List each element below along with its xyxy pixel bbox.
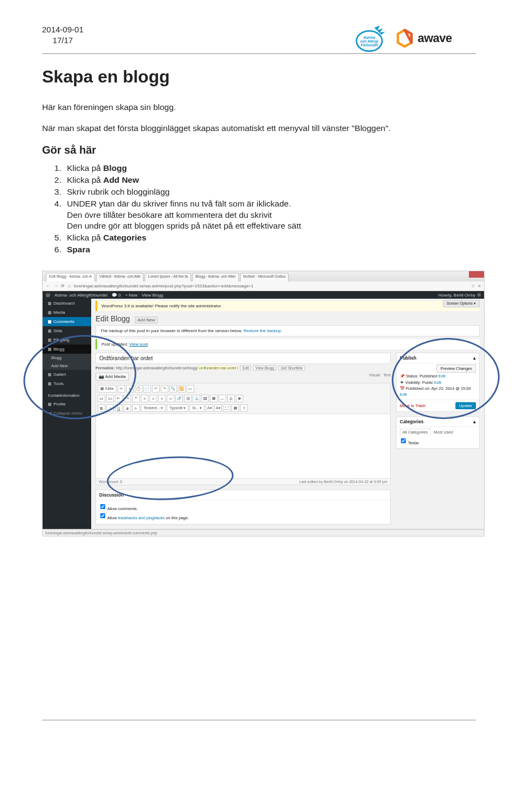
sidebar-dashboard[interactable]: Dashboard xyxy=(43,299,91,308)
tb-table-icon[interactable]: ▦ xyxy=(210,395,217,402)
tb-redo-icon[interactable]: ↷ xyxy=(161,385,168,393)
add-media-button[interactable]: 📷 Add Media xyxy=(96,373,129,381)
bookmark-icon[interactable]: ☆ xyxy=(471,284,475,288)
tb-textcolor-icon[interactable]: A▾ xyxy=(206,404,213,412)
tb-alignj-icon[interactable]: ≡ xyxy=(167,395,174,402)
restore-backup-link[interactable]: Restore the backup. xyxy=(243,328,282,333)
tb-max-icon[interactable]: ⛶ xyxy=(223,404,230,412)
wp-view-link[interactable]: View Blogg xyxy=(142,293,163,298)
wp-comments-icon[interactable]: 💬 0 xyxy=(112,293,121,298)
permalink-shortlink-button[interactable]: Get Shortlink xyxy=(278,366,304,370)
add-new-button[interactable]: Add New xyxy=(135,316,158,324)
tb-quote-icon[interactable]: ❝ xyxy=(132,395,140,402)
allow-trackbacks-checkbox[interactable]: Allow trackbacks and pingbacks on this p… xyxy=(99,512,387,520)
tb-paste-icon[interactable]: 📋 xyxy=(135,385,142,393)
tb-ul-icon[interactable]: •≡ xyxy=(98,395,105,402)
browser-tab[interactable]: Edit Blogg · Astma- och A xyxy=(46,273,95,281)
tb-select-icon[interactable]: ▭ xyxy=(187,385,194,393)
wp-logo-icon[interactable]: Ⓦ xyxy=(46,292,50,298)
tb-undo-icon[interactable]: ↶ xyxy=(152,385,160,393)
tb-kalla[interactable]: ▦ Källa xyxy=(98,385,117,393)
tb-copy-icon[interactable]: ⎘ xyxy=(126,385,134,393)
browser-tab[interactable]: Lorem Ipsum - All the fa xyxy=(145,273,191,281)
publish-heading[interactable]: Publish▴ xyxy=(397,353,479,363)
sidebar-blogg[interactable]: Blogg xyxy=(43,345,91,354)
category-item[interactable]: Testar xyxy=(400,441,419,445)
sidebar-galleri[interactable]: Galleri xyxy=(43,370,91,379)
url-input[interactable]: foreningar.astmaoallergiforbundet.se/wp-… xyxy=(74,284,468,288)
tb-find-icon[interactable]: 🔍 xyxy=(169,385,177,393)
nav-back-icon[interactable]: ← xyxy=(46,284,50,288)
tb-cut-icon[interactable]: ✂ xyxy=(118,385,125,393)
tab-visual[interactable]: Visual xyxy=(369,373,380,377)
screen-options-button[interactable]: Screen Options ▾ xyxy=(443,300,480,307)
post-title-input[interactable]: Ordföranden har ordet xyxy=(96,353,391,364)
nav-fwd-icon[interactable]: → xyxy=(53,284,58,288)
tb-italic-icon[interactable]: I xyxy=(106,404,114,412)
sidebar-media[interactable]: Media xyxy=(43,308,91,317)
visibility-edit-link[interactable]: Edit xyxy=(434,380,441,385)
tb-alignr-icon[interactable]: ≡ xyxy=(158,395,166,402)
status-edit-link[interactable]: Edit xyxy=(439,374,446,379)
permalink-view-button[interactable]: View Blogg xyxy=(253,366,276,370)
editor-content[interactable] xyxy=(96,414,391,479)
sidebar-blogg-sub[interactable]: Blogg xyxy=(43,354,91,362)
sidebar-comments[interactable]: Comments xyxy=(43,317,91,326)
tb-anchor-icon[interactable]: ⚓ xyxy=(193,395,200,402)
sidebar-collapse[interactable]: ◀Collapse menu xyxy=(43,409,91,418)
tb-ol-icon[interactable]: 1≡ xyxy=(106,395,114,402)
nav-home-icon[interactable]: ⌂ xyxy=(68,284,71,288)
browser-tab[interactable]: Blogg · Astma- och Aller xyxy=(192,273,238,281)
trackbacks-link[interactable]: trackbacks and pingbacks xyxy=(118,515,165,520)
tb-char-icon[interactable]: Ω xyxy=(227,395,235,402)
tb-font-select[interactable]: Typsnitt ▾ xyxy=(167,404,188,412)
tb-outdent-icon[interactable]: ⇤ xyxy=(115,395,122,402)
nav-reload-icon[interactable]: ⟳ xyxy=(61,284,65,288)
wp-site-name[interactable]: Astma- och Allergiförbundet xyxy=(54,293,107,298)
tb-pastetext-icon[interactable]: 📄 xyxy=(144,385,151,393)
tb-underline-icon[interactable]: U xyxy=(115,404,122,412)
allow-comments-checkbox[interactable]: Allow comments. xyxy=(99,503,387,511)
discussion-heading[interactable]: Discussion xyxy=(96,490,390,500)
move-to-trash-link[interactable]: Move to Trash xyxy=(400,403,426,408)
permalink-slug[interactable]: ordforanden-har-ordet xyxy=(198,366,237,370)
tb-alignl-icon[interactable]: ≡ xyxy=(141,395,148,402)
tb-format-select[interactable]: Teckenf... ▾ xyxy=(141,404,166,412)
cat-tab-all[interactable]: All Categories xyxy=(400,429,431,436)
browser-tab[interactable]: Vårtest · Astma- och Alle xyxy=(96,273,144,281)
sidebar-addnew-sub[interactable]: Add New xyxy=(43,362,91,370)
sidebar-sida[interactable]: Sida xyxy=(43,326,91,335)
browser-tab[interactable]: Notiser · Microsoft Outloo xyxy=(240,273,289,281)
tb-bold-icon[interactable]: B xyxy=(98,404,105,412)
sidebar-profile[interactable]: Profile xyxy=(43,400,91,409)
sidebar-kontakt[interactable]: Kontaktinformation xyxy=(43,391,91,400)
tb-size-select[interactable]: St... ▾ xyxy=(189,404,205,412)
tb-hr-icon[interactable]: — xyxy=(219,395,226,402)
wp-new-link[interactable]: + New xyxy=(125,293,138,298)
date-edit-link[interactable]: Edit xyxy=(400,392,407,397)
tb-image-icon[interactable]: 🖼 xyxy=(201,395,209,402)
tb-strike-icon[interactable]: S xyxy=(124,404,131,412)
update-button[interactable]: Update xyxy=(455,402,476,409)
permalink-edit-button[interactable]: Edit xyxy=(240,366,251,370)
tb-alignc-icon[interactable]: ≡ xyxy=(149,395,157,402)
view-post-link[interactable]: View post xyxy=(130,342,148,347)
cat-tab-most[interactable]: Most Used xyxy=(432,429,455,435)
categories-heading[interactable]: Categories▴ xyxy=(397,417,479,427)
wp-howdy[interactable]: Howdy, Bertil Orrby xyxy=(438,293,481,298)
preview-button[interactable]: Preview Changes xyxy=(437,364,476,373)
tb-blocks-icon[interactable]: ▦ xyxy=(231,404,239,412)
window-close-icon[interactable] xyxy=(469,271,484,278)
tb-link-icon[interactable]: 🔗 xyxy=(175,395,183,402)
tb-help-icon[interactable]: ? xyxy=(240,404,248,412)
sidebar-tools[interactable]: Tools xyxy=(43,379,91,388)
tb-unlink-icon[interactable]: ⛓ xyxy=(184,395,192,402)
menu-icon[interactable]: ≡ xyxy=(478,284,481,288)
tb-indent-icon[interactable]: ⇥ xyxy=(124,395,131,402)
tab-text[interactable]: Text xyxy=(383,373,391,377)
tb-embed-icon[interactable]: ▶ xyxy=(236,395,243,402)
tb-remove-icon[interactable]: Iₓ xyxy=(132,404,140,412)
sidebar-pagang[interactable]: På gång xyxy=(43,335,91,345)
tb-bgcolor-icon[interactable]: A▾ xyxy=(214,404,222,412)
tb-replace-icon[interactable]: 🔁 xyxy=(178,385,186,393)
